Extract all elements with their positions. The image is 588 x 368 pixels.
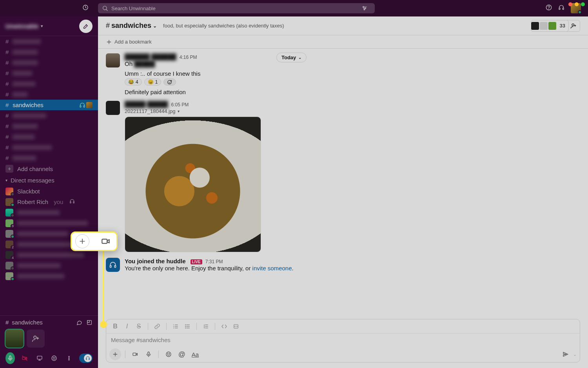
message-time[interactable]: 6:05 PM	[171, 102, 189, 107]
sidebar-channel[interactable]: #	[0, 110, 98, 121]
svg-point-20	[53, 357, 54, 358]
tutorial-callout	[71, 231, 118, 251]
message-author[interactable]: █████ █████	[125, 101, 168, 107]
ordered-list-button[interactable]	[171, 321, 181, 332]
more-button[interactable]	[64, 352, 74, 364]
dm-item[interactable]	[0, 271, 98, 281]
reaction[interactable]: 😠1	[144, 78, 162, 86]
huddle-title: You joined the huddle	[125, 258, 186, 264]
channel-name-button[interactable]: #sandwiches⌄	[106, 22, 157, 30]
date-divider[interactable]: Today⌄	[276, 53, 307, 62]
members-button[interactable]: 33	[531, 20, 569, 32]
codeblock-button[interactable]	[231, 321, 241, 332]
help-button[interactable]	[546, 4, 552, 12]
svg-rect-10	[83, 106, 85, 107]
sidebar-channel[interactable]: #	[0, 57, 98, 68]
huddle-add-person[interactable]	[27, 330, 45, 348]
svg-rect-9	[80, 106, 81, 107]
message-avatar[interactable]	[106, 101, 120, 115]
dm-item[interactable]: Slackbot	[0, 186, 98, 197]
quote-button[interactable]	[201, 321, 211, 332]
message-time[interactable]: 7:31 PM	[205, 259, 223, 264]
live-badge: LIVE	[191, 259, 202, 264]
reaction-button[interactable]	[50, 352, 59, 364]
svg-point-19	[52, 356, 56, 361]
search-input[interactable]: Search Unwinnable	[98, 3, 375, 13]
reaction[interactable]: 😂4	[125, 78, 142, 86]
mention-button[interactable]: @	[176, 348, 188, 360]
message-avatar[interactable]	[106, 53, 120, 67]
svg-rect-26	[89, 359, 90, 360]
compose-button[interactable]	[79, 20, 93, 33]
sidebar-channel[interactable]: #	[0, 89, 98, 100]
add-channels[interactable]: +Add channels	[0, 163, 98, 174]
dm-item[interactable]: Robert Richyou	[0, 197, 98, 207]
attachment-image[interactable]	[125, 117, 261, 252]
add-reaction[interactable]	[163, 78, 176, 86]
huddle-toggle[interactable]	[79, 353, 93, 363]
window-icon[interactable]	[86, 319, 93, 326]
italic-button[interactable]: I	[122, 321, 132, 332]
headphones-top-icon[interactable]	[558, 4, 564, 12]
svg-point-21	[55, 357, 55, 358]
screenshare-button[interactable]	[35, 352, 44, 364]
filter-icon[interactable]	[361, 5, 368, 11]
dm-item[interactable]: 8	[0, 218, 98, 228]
bold-button[interactable]: B	[110, 321, 120, 332]
svg-rect-7	[559, 8, 560, 9]
emoji-button[interactable]	[163, 348, 174, 360]
bullet-list-button[interactable]	[182, 321, 192, 332]
svg-point-32	[185, 326, 186, 326]
presence-dot	[578, 10, 582, 14]
dm-item[interactable]: 4	[0, 250, 98, 260]
strike-button[interactable]: S	[134, 321, 144, 332]
camera-off-button[interactable]	[20, 352, 30, 364]
svg-point-23	[69, 358, 69, 359]
add-bookmark[interactable]: Add a bookmark	[98, 35, 588, 49]
send-button[interactable]	[560, 348, 572, 360]
chevron-down-icon[interactable]: ⌄	[573, 352, 577, 357]
mic-button[interactable]	[5, 352, 15, 364]
svg-rect-12	[73, 202, 74, 203]
hash-icon: #	[5, 319, 9, 326]
sidebar-channel[interactable]: #	[0, 131, 98, 142]
thread-icon[interactable]	[76, 319, 82, 326]
history-button[interactable]	[82, 4, 89, 12]
video-button[interactable]	[129, 348, 141, 360]
dm-item[interactable]	[0, 207, 98, 218]
attach-button[interactable]	[109, 348, 121, 360]
attachment-name[interactable]: 20221117_180444.jpg▾	[125, 108, 580, 114]
add-user-button[interactable]	[567, 20, 580, 32]
dm-section-header[interactable]: ▾Direct messages	[0, 174, 98, 186]
message-input[interactable]: Message #sandwiches	[106, 333, 580, 346]
workspace-name[interactable]: Unwinnable	[5, 23, 38, 29]
member-avatar	[548, 22, 557, 30]
sidebar-channel[interactable]: #	[0, 153, 98, 163]
search-placeholder: Search Unwinnable	[111, 5, 156, 11]
sidebar-channel[interactable]: #	[0, 47, 98, 57]
formatting-button[interactable]: Aa	[189, 348, 201, 360]
svg-point-6	[549, 9, 549, 9]
huddle-body: You're the only one here. Enjoy the tran…	[125, 265, 580, 271]
svg-rect-36	[148, 352, 149, 355]
sidebar-channel[interactable]: #sandwiches	[0, 100, 98, 110]
message-author[interactable]: ██████ ██████	[125, 53, 176, 60]
svg-rect-16	[9, 356, 11, 359]
link-button[interactable]	[152, 321, 162, 332]
message-time[interactable]: 4:16 PM	[180, 55, 197, 60]
member-avatar	[539, 22, 548, 30]
dm-item[interactable]	[0, 260, 98, 271]
huddle-self-video[interactable]	[5, 330, 24, 348]
svg-point-3	[365, 8, 366, 9]
code-button[interactable]	[219, 321, 229, 332]
audio-button[interactable]	[143, 348, 154, 360]
invite-link[interactable]: invite someone	[252, 265, 292, 271]
sidebar-channel[interactable]: #	[0, 78, 98, 89]
message-composer[interactable]: B I S Message #sandwiches @ Aa	[106, 319, 580, 363]
sidebar-channel[interactable]: #	[0, 68, 98, 78]
huddle-channel[interactable]: sandwiches	[12, 319, 42, 326]
sidebar-channel[interactable]: #	[0, 121, 98, 131]
sidebar-channel[interactable]: #	[0, 142, 98, 153]
sidebar-channel[interactable]: #	[0, 36, 98, 47]
channel-topic[interactable]: food, but especially sandwiches (also ev…	[163, 23, 284, 29]
